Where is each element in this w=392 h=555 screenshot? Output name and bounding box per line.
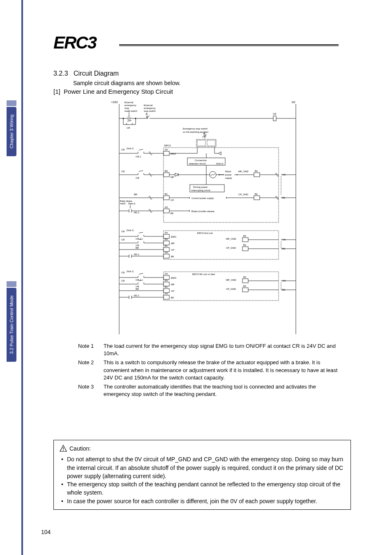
svg-rect-139: [164, 272, 279, 301]
warning-icon: [60, 445, 67, 452]
svg-text:CP_GND: CP_GND: [226, 247, 236, 249]
caution-item: • The emergency stop switch of the teach…: [61, 480, 345, 497]
caution-text: The emergency stop switch of the teachin…: [67, 480, 345, 497]
svg-text:Brake release: Brake release: [120, 200, 132, 202]
label-ext-reset: External: [125, 101, 133, 104]
section-intro: Sample circuit diagrams are shown below.: [73, 80, 351, 86]
sidebar-tab-section: 3.2 Pulse Train Control Mode: [7, 288, 16, 362]
svg-rect-127: [242, 238, 248, 242]
note-row: Note 2 This is a switch to compulsorily …: [78, 359, 343, 382]
svg-text:B1: B1: [165, 286, 168, 288]
subsection-title: Power Line and Emergency Stop Circuit: [64, 88, 173, 95]
svg-text:BK: BK: [171, 296, 174, 299]
svg-rect-24: [197, 140, 205, 146]
note-text: The controller automatically identifies …: [104, 383, 343, 398]
svg-text:(Note 1): (Note 1): [127, 148, 134, 150]
note-row: Note 1 The load current for the emergenc…: [78, 342, 343, 357]
svg-text:RD 1: RD 1: [134, 211, 139, 214]
svg-rect-74: [164, 196, 169, 200]
svg-text:B3: B3: [165, 170, 168, 172]
svg-text:A3: A3: [165, 292, 168, 295]
svg-text:Driving power: Driving power: [193, 186, 208, 188]
note-label: Note 3: [78, 383, 104, 398]
svg-text:detection circuit: detection circuit: [189, 162, 206, 165]
svg-text:B4: B4: [243, 235, 247, 237]
svg-rect-168: [242, 279, 248, 283]
svg-text:MP_GND: MP_GND: [238, 170, 249, 173]
svg-text:A3: A3: [165, 206, 168, 208]
sidebar-tick: [7, 100, 16, 106]
svg-text:ERC3   3th unit or later: ERC3 3th unit or later: [192, 273, 215, 275]
svg-text:BK: BK: [171, 255, 174, 258]
notes: Note 1 The load current for the emergenc…: [78, 342, 343, 398]
svg-text:A4: A4: [165, 231, 168, 234]
svg-text:B3: B3: [165, 279, 168, 282]
note-row: Note 3 The controller automatically iden…: [78, 383, 343, 398]
note-text: The load current for the emergency stop …: [104, 342, 343, 357]
caution-item: • Do not attempt to shut the 0V circuit …: [61, 455, 345, 480]
svg-text:BK: BK: [171, 212, 174, 215]
svg-text:ERC3   2nd unit: ERC3 2nd unit: [197, 232, 213, 234]
svg-text:power: power: [225, 173, 232, 176]
svg-text:(Note 2): (Note 2): [128, 203, 136, 205]
svg-text:CP: CP: [171, 249, 174, 251]
caution-box: Caution: • Do not attempt to shut the 0V…: [53, 440, 351, 510]
section-number: 3.2.3: [53, 70, 68, 77]
svg-text:CR: CR: [121, 271, 125, 274]
svg-point-181: [63, 450, 64, 451]
svg-rect-33: [164, 151, 169, 155]
svg-text:stop: stop: [125, 107, 129, 109]
svg-rect-25: [207, 140, 215, 146]
label-ext-stop: External: [144, 104, 152, 106]
bullet-icon: •: [61, 480, 67, 497]
subsection-number: [1]: [53, 88, 60, 95]
svg-rect-80: [254, 196, 260, 200]
svg-text:Motor: Motor: [225, 170, 231, 173]
header-rule: [119, 44, 339, 46]
svg-text:BR: BR: [136, 247, 139, 249]
svg-text:CR: CR: [121, 148, 125, 151]
section-title: Circuit Diagram: [74, 70, 119, 77]
svg-text:MP_GND: MP_GND: [226, 238, 236, 240]
caution-item: • In case the power source for each cont…: [61, 497, 345, 505]
svg-text:CR: CR: [121, 230, 125, 233]
svg-text:CR: CR: [121, 170, 125, 173]
note-label: Note 2: [78, 359, 104, 382]
svg-text:MP: MP: [171, 242, 175, 245]
svg-text:B1: B1: [165, 193, 168, 195]
svg-rect-175: [242, 288, 248, 292]
svg-text:EMG: EMG: [171, 277, 177, 279]
svg-text:CP: CP: [171, 199, 174, 201]
svg-text:MP: MP: [171, 283, 175, 286]
svg-text:OR 1: OR 1: [136, 155, 141, 158]
svg-text:(Note 1): (Note 1): [127, 229, 134, 231]
svg-text:OR 1: OR 1: [136, 238, 141, 240]
svg-text:A4: A4: [165, 273, 168, 275]
svg-text:OR: OR: [136, 177, 139, 179]
svg-text:CP_GND: CP_GND: [238, 193, 248, 196]
svg-rect-12: [273, 116, 276, 121]
sidebar-tick: [7, 281, 16, 287]
svg-text:switch: switch: [120, 203, 126, 205]
svg-rect-98: [164, 231, 279, 259]
caution-title: Caution:: [60, 444, 345, 453]
caution-text: In case the power source for each contro…: [67, 497, 345, 505]
label-24v: +24V: [111, 100, 118, 104]
svg-text:CP: CP: [171, 290, 174, 292]
svg-text:reset switch: reset switch: [125, 110, 137, 112]
section-heading: 3.2.3 Circuit Diagram: [53, 70, 351, 77]
svg-rect-123: [164, 254, 169, 258]
sidebar-tab-chapter: Chapter 3 Wiring: [7, 107, 16, 156]
svg-text:B2: B2: [243, 285, 246, 287]
label-0v: 0V: [292, 100, 295, 104]
label-erc3: ERC3: [164, 144, 171, 147]
svg-text:CP_GND: CP_GND: [226, 288, 236, 290]
svg-point-22: [204, 134, 205, 136]
svg-text:CR: CR: [121, 280, 125, 282]
svg-text:B2: B2: [255, 193, 258, 195]
svg-text:B1: B1: [165, 245, 168, 247]
svg-text:OR 1: OR 1: [136, 279, 141, 281]
svg-text:A3: A3: [165, 251, 168, 254]
svg-text:B4: B4: [255, 170, 258, 172]
caution-text: Do not attempt to shut the 0V circuit of…: [67, 455, 345, 480]
